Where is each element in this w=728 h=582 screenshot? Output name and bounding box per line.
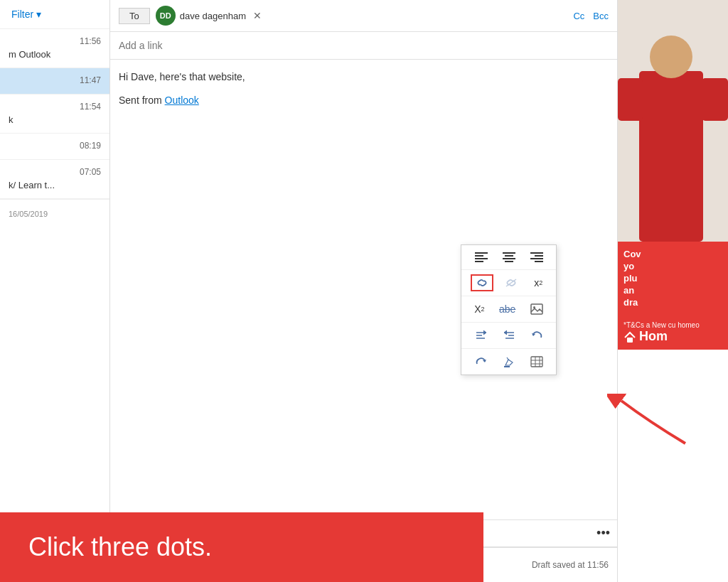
svg-rect-11: [535, 261, 543, 262]
svg-rect-6: [503, 258, 515, 259]
email-sender: m Outlook: [9, 49, 50, 60]
align-right-button[interactable]: [526, 249, 547, 265]
email-time: 08:19: [9, 141, 101, 151]
context-menu-row-4: [461, 323, 556, 349]
to-button[interactable]: To: [119, 8, 150, 24]
sidebar-item-1[interactable]: 11:56 m Outlook: [0, 29, 109, 68]
callout-box: Click three dots.: [0, 512, 483, 582]
callout-text: Click three dots.: [28, 532, 212, 561]
sidebar-item-2[interactable]: 11:47: [0, 68, 109, 95]
body-text-2: Sent from Outlook: [119, 93, 609, 108]
svg-rect-10: [530, 258, 543, 259]
chevron-down-icon: ▾: [36, 9, 41, 20]
email-time: 07:05: [9, 167, 101, 177]
email-sender: k: [9, 114, 14, 125]
recipient-chip: DD dave dagenham ✕: [156, 6, 262, 26]
svg-rect-23: [531, 357, 542, 367]
ad-home-logo: Hom: [623, 329, 722, 344]
redo-button[interactable]: [471, 353, 492, 370]
context-menu: x2 X2 abe: [461, 244, 557, 375]
subscript-button[interactable]: X2: [470, 301, 488, 318]
email-time: 11:54: [9, 102, 101, 112]
outlook-link[interactable]: Outlook: [165, 95, 199, 106]
context-menu-row-3: X2 abe: [461, 296, 556, 323]
ad-footer: *T&Cs a New cu homeo Hom: [618, 316, 728, 350]
context-menu-row-2: x2: [461, 270, 556, 296]
body-text-1: Hi Dave, here's that website,: [119, 70, 609, 85]
superscript-button[interactable]: x2: [530, 274, 547, 291]
strikethrough-button[interactable]: abe: [495, 301, 520, 318]
undo-button[interactable]: [526, 327, 547, 344]
svg-rect-52: [702, 78, 728, 121]
sidebar-item-3[interactable]: 11:54 k: [0, 95, 109, 134]
svg-rect-3: [475, 261, 483, 262]
align-center-button[interactable]: [498, 249, 520, 265]
email-sidebar: Filter ▾ 11:56 m Outlook 11:47 11:54 k 0…: [0, 0, 110, 582]
cc-bcc-area: Cc Bcc: [573, 11, 609, 21]
recipient-name: dave dagenham: [180, 11, 246, 21]
svg-rect-2: [475, 258, 488, 259]
body-line1: Hi Dave, here's that website,: [119, 71, 245, 82]
filter-label: Filter: [11, 9, 33, 20]
svg-rect-49: [639, 71, 703, 242]
remove-link-button[interactable]: [500, 274, 523, 291]
ad-image: [618, 0, 728, 242]
svg-rect-7: [505, 261, 513, 262]
recipient-initials: DD: [160, 11, 171, 20]
ltr-button[interactable]: [471, 327, 492, 344]
align-left-button[interactable]: [471, 249, 492, 265]
context-menu-row-1: [461, 245, 556, 270]
svg-rect-13: [531, 304, 542, 314]
bcc-button[interactable]: Bcc: [593, 11, 609, 21]
sidebar-header: Filter ▾: [0, 0, 109, 29]
insert-table-button[interactable]: [526, 353, 547, 370]
svg-point-50: [650, 36, 692, 78]
to-row: To DD dave dagenham ✕ Cc Bcc: [110, 0, 617, 32]
rtl-button[interactable]: [498, 327, 520, 344]
svg-rect-53: [627, 338, 633, 343]
svg-rect-4: [503, 252, 515, 254]
svg-rect-5: [505, 255, 513, 257]
date-label: 16/05/2019: [9, 210, 48, 218]
sidebar-item-4[interactable]: 08:19: [0, 134, 109, 160]
email-time: 11:47: [9, 75, 101, 85]
context-menu-row-5: [461, 349, 556, 374]
recipient-close-button[interactable]: ✕: [253, 10, 262, 21]
ad-panel: Cov yo plu an dra *T&Cs a New cu homeo H…: [618, 0, 728, 582]
ad-footer-text: *T&Cs a New cu homeo: [623, 321, 722, 329]
email-body[interactable]: Hi Dave, here's that website, Sent from …: [110, 60, 617, 519]
draft-saved-text: Draft saved at 11:56: [532, 560, 609, 570]
sidebar-date: 16/05/2019: [0, 199, 109, 227]
ad-content: Cov yo plu an dra: [618, 242, 728, 316]
svg-rect-51: [618, 78, 643, 121]
svg-rect-9: [535, 255, 543, 257]
more-options-button[interactable]: •••: [596, 526, 610, 541]
sent-from-text: Sent from: [119, 95, 165, 106]
ad-text: Cov yo plu an dra: [623, 249, 722, 308]
cc-button[interactable]: Cc: [573, 11, 584, 21]
recipient-avatar: DD: [156, 6, 176, 26]
subject-input[interactable]: [119, 40, 609, 51]
highlight-pen-button[interactable]: [498, 353, 520, 370]
svg-rect-0: [475, 252, 488, 254]
compose-area: To DD dave dagenham ✕ Cc Bcc Hi Dave, he…: [110, 0, 618, 582]
image-button[interactable]: [526, 301, 547, 318]
filter-button[interactable]: Filter ▾: [11, 9, 41, 20]
svg-line-21: [507, 357, 508, 360]
email-time: 11:56: [9, 36, 101, 46]
svg-rect-1: [475, 255, 483, 257]
person-figure: [618, 0, 728, 242]
svg-rect-8: [530, 252, 543, 254]
sidebar-item-5[interactable]: 07:05 k/ Learn t...: [0, 160, 109, 199]
subject-row: [110, 32, 617, 60]
email-sender: k/ Learn t...: [9, 180, 55, 190]
more-dots-label: •••: [596, 526, 610, 540]
insert-link-button[interactable]: [471, 274, 493, 291]
